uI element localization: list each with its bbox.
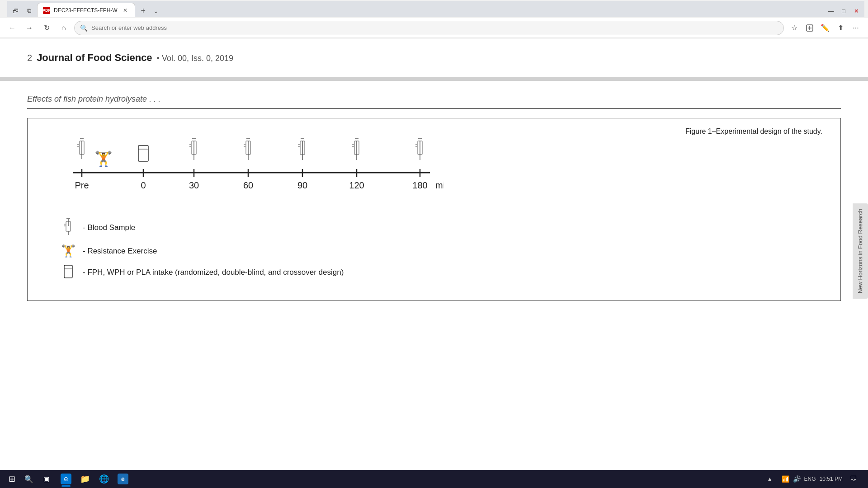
task-view-button[interactable]: ▣ — [38, 471, 54, 487]
taskbar-system-tray: ▲ 📶 🔊 ENG 10:51 PM 🗨 — [758, 471, 864, 487]
home-button[interactable]: ⌂ — [57, 21, 71, 35]
volume-icon[interactable]: 🔊 — [793, 475, 801, 483]
restore-icon[interactable]: 🗗 — [9, 5, 22, 17]
exercise-legend-icon: 🏋 — [59, 244, 77, 258]
resistance-exercise-label: - Resistance Exercise — [83, 247, 157, 256]
timeline-diagram: 🏋 — [55, 132, 443, 204]
legend-resistance-exercise: 🏋 - Resistance Exercise — [59, 244, 822, 258]
svg-text:min: min — [435, 180, 443, 190]
more-button[interactable]: ··· — [849, 21, 863, 35]
forward-button[interactable]: → — [23, 21, 36, 35]
network-icon[interactable]: 📶 — [782, 475, 789, 483]
journal-meta: • Vol. 00, Iss. 0, 2019 — [157, 54, 233, 63]
section-subtitle: Effects of fish protein hydrolysate . . … — [27, 94, 841, 104]
minimize-button[interactable]: — — [825, 5, 837, 17]
tab-close-button[interactable]: ✕ — [121, 6, 129, 14]
ie-taskbar-pin[interactable]: e — [114, 470, 132, 488]
favorites-star-button[interactable]: ☆ — [788, 21, 801, 35]
browser-chrome: 🗗 ⧉ PDF DEC23-EFFECTS-FPH-W ✕ + ⌄ — □ ✕ … — [0, 0, 868, 38]
taskbar-pinned-apps: e 📁 🌐 e — [57, 470, 132, 488]
svg-text:180: 180 — [412, 180, 427, 190]
section-divider — [27, 108, 841, 109]
svg-text:120: 120 — [349, 180, 364, 190]
figure-box: Figure 1–Experimental design of the stud… — [27, 118, 841, 301]
taskbar: ⊞ 🔍 ▣ e 📁 🌐 e ▲ 📶 🔊 — [0, 470, 868, 488]
svg-text:30: 30 — [189, 180, 199, 190]
annotate-button[interactable]: ✏️ — [818, 21, 832, 35]
clock-time: 10:51 PM — [820, 475, 843, 483]
tab-overflow-button[interactable]: ⌄ — [150, 5, 162, 17]
legend-intake: - FPH, WPH or PLA intake (randomized, do… — [59, 264, 822, 281]
active-tab[interactable]: PDF DEC23-EFFECTS-FPH-W ✕ — [37, 3, 135, 17]
intake-label: - FPH, WPH or PLA intake (randomized, do… — [83, 268, 344, 277]
tabs-icon[interactable]: ⧉ — [23, 5, 35, 17]
cup-legend-icon — [59, 264, 77, 281]
language-indicator[interactable]: ENG — [804, 476, 816, 482]
refresh-button[interactable]: ↻ — [40, 21, 53, 35]
svg-text:🏋: 🏋 — [94, 150, 113, 167]
blood-sample-label: - Blood Sample — [83, 223, 135, 232]
svg-text:0: 0 — [141, 180, 146, 190]
search-icon: 🔍 — [80, 24, 88, 32]
svg-text:90: 90 — [297, 180, 307, 190]
notification-button[interactable]: 🗨 — [846, 472, 861, 486]
nav-actions: ☆ ✏️ ⬆ ··· — [788, 21, 863, 35]
tab-title: DEC23-EFFECTS-FPH-W — [54, 7, 118, 14]
svg-text:Pre: Pre — [75, 180, 89, 190]
address-input[interactable] — [91, 24, 778, 31]
side-label-text: New Horizons in Food Research — [857, 209, 863, 293]
legend-area: - Blood Sample 🏋 - Resistance Exercise — [46, 218, 822, 287]
collections-button[interactable] — [803, 21, 816, 35]
figure-content: 🏋 — [46, 132, 822, 287]
title-bar: 🗗 ⧉ PDF DEC23-EFFECTS-FPH-W ✕ + ⌄ — □ ✕ — [0, 0, 868, 18]
svg-rect-62 — [64, 265, 72, 278]
new-tab-button[interactable]: + — [137, 5, 150, 17]
hidden-icons-button[interactable]: ▲ — [762, 471, 778, 487]
maximize-button[interactable]: □ — [837, 5, 850, 17]
file-explorer-taskbar-pin[interactable]: 📁 — [76, 470, 94, 488]
start-button[interactable]: ⊞ — [4, 471, 20, 487]
figure-caption: Figure 1–Experimental design of the stud… — [685, 127, 822, 136]
page-divider — [0, 77, 868, 81]
svg-rect-8 — [138, 145, 148, 161]
taskbar-clock[interactable]: 10:51 PM — [820, 475, 843, 483]
syringe-legend-icon — [59, 218, 77, 238]
back-button[interactable]: ← — [5, 21, 19, 35]
side-label: New Horizons in Food Research — [853, 203, 868, 299]
pdf-icon: PDF — [43, 7, 50, 14]
chrome-taskbar-pin[interactable]: 🌐 — [95, 470, 113, 488]
edge-taskbar-pin[interactable]: e — [57, 470, 75, 488]
share-button[interactable]: ⬆ — [834, 21, 847, 35]
legend-blood-sample: - Blood Sample — [59, 218, 822, 238]
page-content: 2 Journal of Food Science • Vol. 00, Iss… — [0, 38, 868, 454]
language-text: ENG — [804, 476, 816, 482]
svg-text:60: 60 — [243, 180, 253, 190]
page-number: 2 — [27, 53, 32, 63]
journal-title: Journal of Food Science — [37, 52, 152, 64]
nav-bar: ← → ↻ ⌂ 🔍 ☆ ✏️ ⬆ ··· — [0, 18, 868, 38]
page-header: 2 Journal of Food Science • Vol. 00, Iss… — [27, 52, 841, 64]
address-bar[interactable]: 🔍 — [74, 21, 784, 35]
search-button[interactable]: 🔍 — [21, 471, 37, 487]
close-button[interactable]: ✕ — [850, 5, 863, 17]
